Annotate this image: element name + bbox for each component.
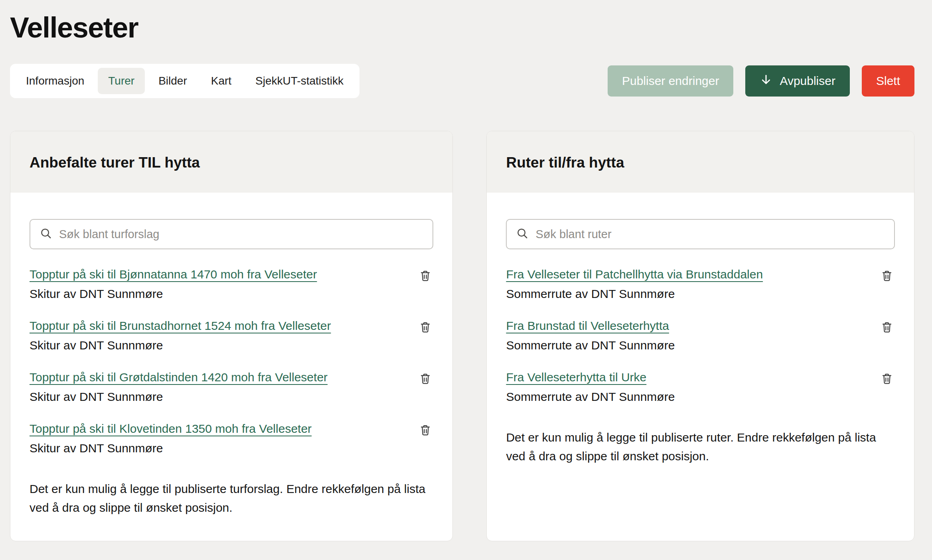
routes-card-header: Ruter til/fra hytta [487,131,914,193]
page: Velleseter Informasjon Turer Bilder Kart… [0,0,932,541]
publish-changes-label: Publiser endringer [622,74,719,88]
trips-hint-text: Det er kun mulig å legge til publiserte … [30,480,428,517]
trips-card-body: Topptur på ski til Bjønnatanna 1470 moh … [10,193,452,541]
trip-item-text: Topptur på ski til Bjønnatanna 1470 moh … [30,268,317,301]
trip-subtitle: Skitur av DNT Sunnmøre [30,339,331,352]
route-item-text: Fra Velleseter til Patchellhytta via Bru… [506,268,763,301]
routes-list: Fra Velleseter til Patchellhytta via Bru… [506,268,895,404]
route-list-item: Fra Velleseter til Patchellhytta via Bru… [506,268,895,301]
trip-list-item: Topptur på ski til Grøtdalstinden 1420 m… [30,371,433,404]
trash-icon [881,277,893,283]
trip-list-item: Topptur på ski til Brunstadhornet 1524 m… [30,319,433,352]
header-row: Informasjon Turer Bilder Kart SjekkUT-st… [10,64,914,98]
trash-icon [419,277,432,283]
remove-trip-button[interactable] [417,371,433,386]
route-link[interactable]: Fra Brunstad til Velleseterhytta [506,319,669,332]
route-link[interactable]: Fra Velleseterhytta til Urke [506,371,646,384]
action-buttons: Publiser endringer Avpubliser Slett [608,65,914,97]
unpublish-label: Avpubliser [780,74,835,88]
routes-hint-text: Det er kun mulig å legge til publiserte … [506,428,895,465]
routes-search[interactable] [506,219,895,249]
delete-label: Slett [876,74,900,88]
trips-card-title: Anbefalte turer TIL hytta [30,154,433,171]
route-item-text: Fra Brunstad til Velleseterhytta Sommerr… [506,319,675,352]
page-title: Velleseter [10,11,914,44]
trip-item-text: Topptur på ski til Grøtdalstinden 1420 m… [30,371,328,404]
route-list-item: Fra Velleseterhytta til Urke Sommerrute … [506,371,895,404]
search-icon [40,227,52,241]
trips-card-header: Anbefalte turer TIL hytta [10,131,452,193]
remove-route-button[interactable] [879,268,895,284]
tab-bar: Informasjon Turer Bilder Kart SjekkUT-st… [10,64,359,98]
trip-link[interactable]: Topptur på ski til Klovetinden 1350 moh … [30,422,312,435]
trip-link[interactable]: Topptur på ski til Bjønnatanna 1470 moh … [30,268,317,281]
trip-list-item: Topptur på ski til Klovetinden 1350 moh … [30,422,433,455]
route-subtitle: Sommerrute av DNT Sunnmøre [506,390,675,404]
trash-icon [419,380,432,386]
routes-card-title: Ruter til/fra hytta [506,154,895,171]
remove-trip-button[interactable] [417,268,433,284]
trash-icon [419,329,432,335]
route-list-item: Fra Brunstad til Velleseterhytta Sommerr… [506,319,895,352]
unpublish-button[interactable]: Avpubliser [745,65,850,97]
trip-item-text: Topptur på ski til Brunstadhornet 1524 m… [30,319,331,352]
trip-link[interactable]: Topptur på ski til Grøtdalstinden 1420 m… [30,371,328,384]
search-icon [516,227,528,241]
tab-sjekkut-statistikk[interactable]: SjekkUT-statistikk [245,68,354,94]
routes-search-input[interactable] [535,228,885,241]
trash-icon [881,329,893,335]
trash-icon [881,380,893,386]
publish-changes-button[interactable]: Publiser endringer [608,65,733,97]
trip-subtitle: Skitur av DNT Sunnmøre [30,287,317,301]
trip-item-text: Topptur på ski til Klovetinden 1350 moh … [30,422,312,455]
cards-row: Anbefalte turer TIL hytta Topptur på ski… [10,131,914,541]
route-subtitle: Sommerrute av DNT Sunnmøre [506,287,763,301]
arrow-down-icon [760,73,772,89]
remove-route-button[interactable] [879,319,895,335]
route-item-text: Fra Velleseterhytta til Urke Sommerrute … [506,371,675,404]
trips-search[interactable] [30,219,433,249]
tab-bilder[interactable]: Bilder [148,68,197,94]
trip-link[interactable]: Topptur på ski til Brunstadhornet 1524 m… [30,319,331,332]
trip-subtitle: Skitur av DNT Sunnmøre [30,442,312,455]
tab-kart[interactable]: Kart [201,68,242,94]
remove-route-button[interactable] [879,371,895,386]
routes-card-body: Fra Velleseter til Patchellhytta via Bru… [487,193,914,541]
trips-search-input[interactable] [59,228,423,241]
tab-informasjon[interactable]: Informasjon [16,68,95,94]
routes-card: Ruter til/fra hytta Fra Velleseter til P… [486,131,914,541]
remove-trip-button[interactable] [417,319,433,335]
trip-subtitle: Skitur av DNT Sunnmøre [30,390,328,404]
remove-trip-button[interactable] [417,422,433,438]
trip-list-item: Topptur på ski til Bjønnatanna 1470 moh … [30,268,433,301]
route-subtitle: Sommerrute av DNT Sunnmøre [506,339,675,352]
trips-list: Topptur på ski til Bjønnatanna 1470 moh … [30,268,433,455]
delete-button[interactable]: Slett [862,65,914,97]
trash-icon [419,432,432,438]
tab-turer[interactable]: Turer [98,68,145,94]
trips-card: Anbefalte turer TIL hytta Topptur på ski… [10,131,453,541]
route-link[interactable]: Fra Velleseter til Patchellhytta via Bru… [506,268,763,281]
